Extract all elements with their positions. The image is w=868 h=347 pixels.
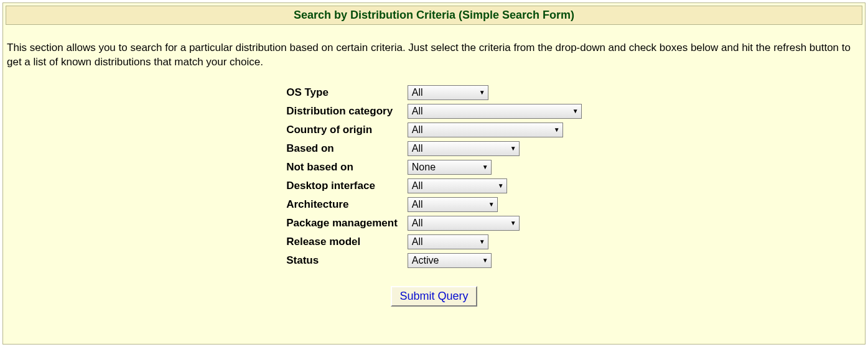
criteria-label: Architecture — [281, 195, 403, 214]
criteria-row: OS TypeAll▼ — [281, 83, 587, 102]
criteria-row: StatusActive▼ — [281, 251, 587, 270]
criteria-select[interactable]: All▼ — [408, 104, 582, 119]
criteria-control-cell: All▼ — [403, 102, 587, 121]
criteria-control-cell: All▼ — [403, 233, 587, 251]
criteria-label: Not based on — [281, 158, 403, 177]
criteria-label: Country of origin — [281, 121, 403, 139]
criteria-select[interactable]: All▼ — [408, 197, 498, 212]
select-value: All — [412, 236, 423, 248]
criteria-select[interactable]: All▼ — [408, 234, 488, 249]
criteria-row: Not based onNone▼ — [281, 158, 587, 177]
criteria-select[interactable]: All▼ — [408, 216, 520, 231]
select-value: All — [412, 106, 423, 117]
criteria-row: Package managementAll▼ — [281, 214, 587, 233]
panel-body: This section allows you to search for a … — [3, 27, 865, 309]
criteria-row: Distribution categoryAll▼ — [281, 102, 587, 121]
chevron-down-icon: ▼ — [486, 201, 497, 208]
chevron-down-icon: ▼ — [477, 89, 488, 96]
criteria-control-cell: Active▼ — [403, 251, 587, 270]
select-value: Active — [412, 255, 439, 266]
chevron-down-icon: ▼ — [480, 164, 491, 170]
panel-title: Search by Distribution Criteria (Simple … — [6, 6, 862, 25]
criteria-label: Status — [281, 251, 403, 270]
criteria-row: Country of originAll▼ — [281, 121, 587, 139]
criteria-select[interactable]: All▼ — [408, 123, 563, 137]
select-value: All — [412, 218, 423, 229]
criteria-label: Based on — [281, 139, 403, 158]
criteria-control-cell: All▼ — [403, 139, 587, 158]
criteria-select[interactable]: Active▼ — [408, 253, 492, 268]
criteria-control-cell: All▼ — [403, 177, 587, 195]
criteria-control-cell: All▼ — [403, 121, 587, 139]
chevron-down-icon: ▼ — [508, 145, 519, 152]
intro-text: This section allows you to search for a … — [7, 41, 861, 70]
chevron-down-icon: ▼ — [551, 126, 562, 133]
chevron-down-icon: ▼ — [508, 220, 519, 226]
criteria-row: Desktop interfaceAll▼ — [281, 177, 587, 195]
criteria-control-cell: None▼ — [403, 158, 587, 177]
criteria-select[interactable]: All▼ — [408, 141, 520, 156]
chevron-down-icon: ▼ — [570, 108, 581, 114]
criteria-label: Package management — [281, 214, 403, 233]
criteria-control-cell: All▼ — [403, 83, 587, 102]
select-value: All — [412, 124, 423, 136]
chevron-down-icon: ▼ — [480, 257, 491, 264]
criteria-control-cell: All▼ — [403, 195, 587, 214]
select-value: All — [412, 143, 423, 154]
criteria-select[interactable]: None▼ — [408, 160, 492, 175]
criteria-row: ArchitectureAll▼ — [281, 195, 587, 214]
chevron-down-icon: ▼ — [495, 182, 506, 189]
select-value: None — [412, 162, 436, 173]
criteria-table: OS TypeAll▼Distribution categoryAll▼Coun… — [281, 83, 587, 270]
criteria-row: Based onAll▼ — [281, 139, 587, 158]
select-value: All — [412, 87, 423, 98]
submit-query-button[interactable]: Submit Query — [391, 286, 477, 307]
criteria-label: OS Type — [281, 83, 403, 102]
criteria-select[interactable]: All▼ — [408, 85, 488, 100]
criteria-select[interactable]: All▼ — [408, 178, 507, 193]
criteria-row: Release modelAll▼ — [281, 233, 587, 251]
submit-wrap: Submit Query — [7, 286, 861, 307]
chevron-down-icon: ▼ — [477, 238, 488, 245]
criteria-label: Desktop interface — [281, 177, 403, 195]
search-panel: Search by Distribution Criteria (Simple … — [2, 2, 866, 345]
criteria-label: Distribution category — [281, 102, 403, 121]
criteria-label: Release model — [281, 233, 403, 251]
criteria-control-cell: All▼ — [403, 214, 587, 233]
select-value: All — [412, 199, 423, 210]
select-value: All — [412, 180, 423, 192]
